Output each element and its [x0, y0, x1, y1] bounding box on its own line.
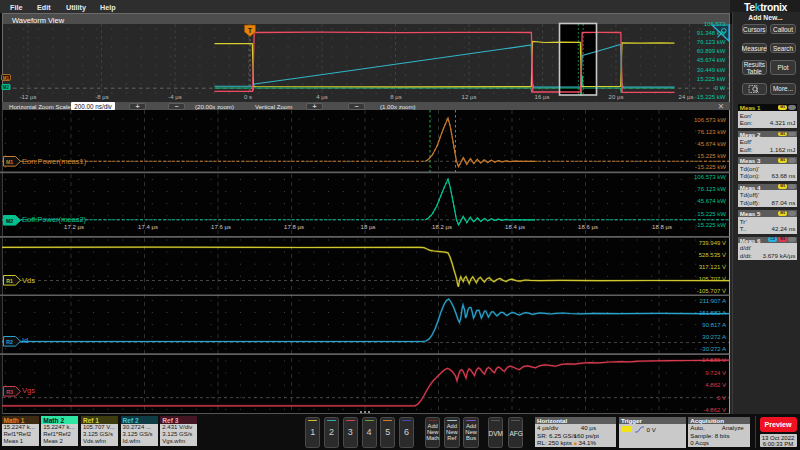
- svg-text:R1: R1: [6, 278, 13, 284]
- svg-text:R3: R3: [6, 388, 13, 394]
- svg-text:R2: R2: [6, 338, 13, 344]
- svg-text:M2: M2: [6, 217, 13, 223]
- svg-text:M1: M1: [6, 159, 13, 165]
